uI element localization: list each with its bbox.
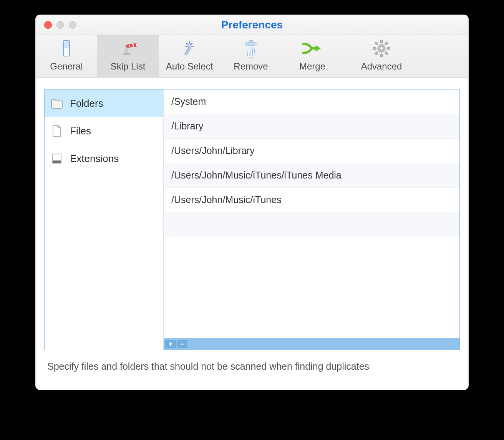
close-button[interactable]: [44, 21, 52, 29]
list-item[interactable]: /Users/John/Music/iTunes/iTunes Media: [164, 163, 459, 188]
magic-wand-icon: [179, 39, 200, 58]
svg-rect-6: [130, 44, 133, 47]
path-text: /Users/John/Music/iTunes/iTunes Media: [171, 170, 342, 181]
list-item[interactable]: /Library: [164, 114, 459, 139]
svg-rect-7: [133, 43, 136, 46]
svg-rect-1: [64, 41, 69, 48]
list-item[interactable]: /Users/John/Music/iTunes: [164, 188, 459, 212]
folder-icon: [51, 97, 63, 109]
sidebar-item-files[interactable]: Files: [45, 117, 163, 145]
plus-icon: +: [168, 340, 173, 349]
file-icon: [51, 125, 63, 137]
preferences-window: Preferences General: [35, 15, 469, 390]
svg-rect-9: [245, 43, 256, 45]
tab-general[interactable]: General: [36, 35, 97, 77]
content-area: Folders Files: [36, 78, 468, 390]
sidebar-item-label: Folders: [70, 98, 103, 109]
tab-label: Auto Select: [166, 61, 213, 72]
svg-rect-18: [373, 47, 376, 50]
zoom-button[interactable]: [69, 21, 76, 29]
sidebar-item-label: Extensions: [70, 153, 119, 165]
extension-icon: [51, 152, 63, 165]
svg-point-15: [380, 47, 383, 50]
path-text: /Users/John/Music/iTunes: [171, 194, 282, 205]
path-text: /System: [171, 96, 206, 107]
sidebar-item-label: Files: [70, 125, 91, 137]
tab-skip-list[interactable]: Skip List: [97, 35, 159, 77]
remove-button[interactable]: −: [177, 340, 187, 348]
list-item[interactable]: /System: [164, 89, 459, 114]
add-button[interactable]: +: [165, 340, 176, 348]
tab-label: Merge: [299, 61, 325, 72]
svg-rect-5: [126, 45, 129, 48]
tab-label: Remove: [234, 61, 268, 72]
tab-advanced[interactable]: Advanced: [343, 35, 420, 77]
help-text: Specify files and folders that should no…: [44, 350, 460, 383]
path-text: /Users/John/Library: [171, 145, 255, 156]
svg-rect-16: [380, 40, 383, 43]
path-text: /Library: [171, 121, 203, 132]
minimize-button[interactable]: [56, 21, 64, 29]
category-sidebar: Folders Files: [45, 89, 164, 350]
skip-list-pane: Folders Files: [44, 89, 460, 350]
traffic-lights: [36, 21, 76, 29]
list-item[interactable]: /Users/John/Library: [164, 139, 459, 163]
sidebar-item-folders[interactable]: Folders: [45, 89, 163, 117]
merge-arrow-icon: [302, 39, 323, 58]
svg-rect-10: [249, 40, 253, 43]
svg-rect-23: [385, 51, 388, 55]
gear-icon: [371, 39, 392, 58]
trash-icon: [240, 39, 261, 58]
svg-rect-22: [375, 41, 378, 45]
titlebar: Preferences: [36, 15, 468, 35]
tab-auto-select[interactable]: Auto Select: [159, 35, 220, 77]
sidebar-item-extensions[interactable]: Extensions: [45, 145, 163, 172]
svg-rect-25: [53, 160, 61, 163]
tab-merge[interactable]: Merge: [282, 35, 343, 77]
svg-rect-8: [184, 46, 191, 56]
tab-label: Skip List: [111, 61, 146, 72]
switch-icon: [56, 39, 77, 58]
list-item[interactable]: [164, 212, 459, 237]
tab-remove[interactable]: Remove: [220, 35, 282, 77]
svg-rect-19: [387, 47, 390, 50]
toolbar: General Skip List: [36, 35, 468, 78]
skip-list-rows: /System /Library /Users/John/Library /Us…: [164, 89, 459, 338]
window-title: Preferences: [36, 19, 468, 31]
minus-icon: −: [180, 340, 184, 349]
tab-label: General: [50, 61, 83, 72]
svg-rect-21: [375, 51, 378, 55]
barrier-icon: [118, 39, 138, 58]
skip-list: /System /Library /Users/John/Library /Us…: [164, 89, 459, 350]
tab-label: Advanced: [361, 61, 402, 72]
svg-rect-20: [385, 41, 388, 45]
svg-rect-17: [380, 54, 383, 57]
list-footer: + −: [164, 338, 459, 350]
